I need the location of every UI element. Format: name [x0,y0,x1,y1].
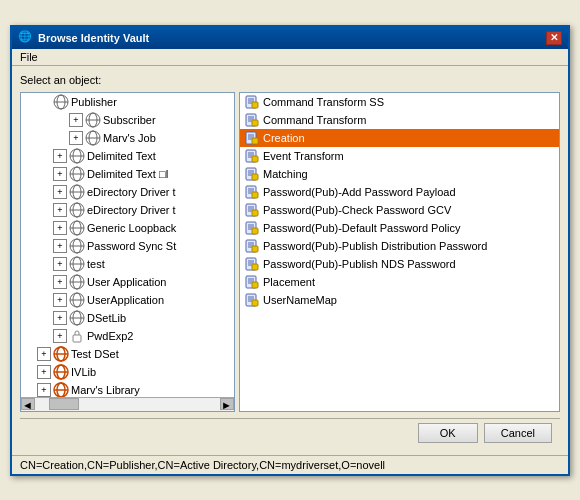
tree-item-publisher[interactable]: Publisher [21,93,234,111]
list-item-password-publish-nds[interactable]: Password(Pub)-Publish NDS Password [240,255,559,273]
tree-label-edirectory2: eDirectory Driver t [87,204,176,216]
svg-rect-108 [252,300,258,306]
browse-identity-vault-window: 🌐 Browse Identity Vault ✕ File Select an… [10,25,570,476]
tree-item-userapplication2[interactable]: + UserApplication [21,291,234,309]
select-label: Select an object: [20,74,560,86]
list-icon-2 [244,130,260,146]
list-icon-5 [244,184,260,200]
tree-item-test[interactable]: + test [21,255,234,273]
expand-password-sync[interactable]: + [53,239,67,253]
expand-delimited-text1[interactable]: + [53,149,67,163]
expand-edirectory1[interactable]: + [53,185,67,199]
delimited-text1-icon [69,148,85,164]
cancel-button[interactable]: Cancel [484,423,552,443]
tree-item-generic-loopback[interactable]: + Generic Loopback [21,219,234,237]
tree-label-generic-loopback: Generic Loopback [87,222,176,234]
tree-label-publisher: Publisher [71,96,117,108]
list-item-creation[interactable]: Creation [240,129,559,147]
list-item-command-transform-ss[interactable]: Command Transform SS [240,93,559,111]
expand-test-dset[interactable]: + [37,347,51,361]
tree-label-test-dset: Test DSet [71,348,119,360]
list-item-event-transform[interactable]: Event Transform [240,147,559,165]
dsetlib-icon [69,310,85,326]
expand-pwdexp2[interactable]: + [53,329,67,343]
list-label-placement: Placement [263,276,315,288]
list-item-password-add[interactable]: Password(Pub)-Add Password Payload [240,183,559,201]
svg-rect-63 [252,138,258,144]
expand-test[interactable]: + [53,257,67,271]
tree-item-pwdexp2[interactable]: + PwdExp2 [21,327,234,345]
list-label-password-add: Password(Pub)-Add Password Payload [263,186,456,198]
svg-rect-53 [252,102,258,108]
expand-subscriber[interactable]: + [69,113,83,127]
tree-item-ivlib[interactable]: + IVLib [21,363,234,381]
ok-button[interactable]: OK [418,423,478,443]
tree-label-ivlib: IVLib [71,366,96,378]
list-label-password-publish-nds: Password(Pub)-Publish NDS Password [263,258,456,270]
list-icon-4 [244,166,260,182]
tree-item-delimited-text1[interactable]: + Delimited Text [21,147,234,165]
list-label-usernamemap: UserNameMap [263,294,337,306]
svg-rect-88 [252,228,258,234]
list-item-password-check[interactable]: Password(Pub)-Check Password GCV [240,201,559,219]
tree-item-edirectory1[interactable]: + eDirectory Driver t [21,183,234,201]
list-scroll[interactable]: Command Transform SS Command Transform [240,93,559,411]
list-icon-9 [244,256,260,272]
svg-rect-78 [252,192,258,198]
expand-dsetlib[interactable]: + [53,311,67,325]
tree-item-user-application[interactable]: + User Application [21,273,234,291]
list-label-password-check: Password(Pub)-Check Password GCV [263,204,451,216]
ivlib-icon [53,364,69,380]
subscriber-icon [85,112,101,128]
tree-label-pwdexp2: PwdExp2 [87,330,133,342]
h-scroll-left[interactable]: ◄ [21,398,35,410]
list-label-command-transform: Command Transform [263,114,366,126]
panels-container: Publisher + Subscriber + [20,92,560,412]
tree-item-delimited-text2[interactable]: + Delimited Text □I [21,165,234,183]
menu-file[interactable]: File [20,51,38,63]
svg-rect-103 [252,282,258,288]
expand-generic-loopback[interactable]: + [53,221,67,235]
tree-label-test: test [87,258,105,270]
tree-h-scrollbar[interactable]: ◄ ► [21,397,234,411]
list-item-matching[interactable]: Matching [240,165,559,183]
test-dset-icon [53,346,69,362]
user-application-icon [69,274,85,290]
expand-delimited-text2[interactable]: + [53,167,67,181]
tree-label-edirectory1: eDirectory Driver t [87,186,176,198]
tree-item-edirectory2[interactable]: + eDirectory Driver t [21,201,234,219]
tree-item-password-sync[interactable]: + Password Sync St [21,237,234,255]
pwdexp2-icon [69,328,85,344]
tree-item-marvs-job[interactable]: + Marv's Job [21,129,234,147]
expand-ivlib[interactable]: + [37,365,51,379]
expand-user-application[interactable]: + [53,275,67,289]
tree-item-dsetlib[interactable]: + DSetLib [21,309,234,327]
tree-scroll[interactable]: Publisher + Subscriber + [21,93,234,397]
list-item-usernamemap[interactable]: UserNameMap [240,291,559,309]
list-item-password-publish-dist[interactable]: Password(Pub)-Publish Distribution Passw… [240,237,559,255]
generic-loopback-icon [69,220,85,236]
edirectory1-icon [69,184,85,200]
list-label-password-publish-dist: Password(Pub)-Publish Distribution Passw… [263,240,487,252]
marvs-library-icon [53,382,69,397]
expand-marvs-job[interactable]: + [69,131,83,145]
tree-item-marvs-library[interactable]: + Marv's Library [21,381,234,397]
expand-userapplication2[interactable]: + [53,293,67,307]
list-item-placement[interactable]: Placement [240,273,559,291]
tree-label-delimited-text2: Delimited Text □I [87,168,169,180]
close-button[interactable]: ✕ [546,31,562,45]
tree-item-subscriber[interactable]: + Subscriber [21,111,234,129]
list-icon-7 [244,220,260,236]
tree-item-test-dset[interactable]: + Test DSet [21,345,234,363]
list-item-password-default[interactable]: Password(Pub)-Default Password Policy [240,219,559,237]
list-icon-0 [244,94,260,110]
status-text: CN=Creation,CN=Publisher,CN=Active Direc… [20,459,385,471]
list-item-command-transform[interactable]: Command Transform [240,111,559,129]
svg-rect-73 [252,174,258,180]
h-scroll-right[interactable]: ► [220,398,234,410]
list-icon-3 [244,148,260,164]
h-scroll-thumb[interactable] [49,398,79,410]
expand-edirectory2[interactable]: + [53,203,67,217]
test-icon [69,256,85,272]
expand-marvs-library[interactable]: + [37,383,51,397]
